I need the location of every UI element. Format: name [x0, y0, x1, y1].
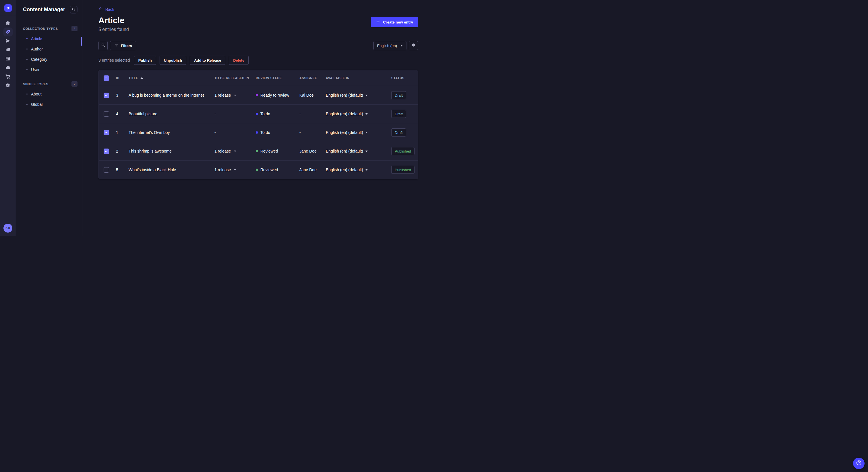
column-header-title-label: TITLE [129, 76, 138, 80]
cell-assignee: Jane Doe [297, 149, 323, 154]
send-icon [5, 38, 11, 43]
table-row[interactable]: 1 The internet's Own boy - To do - Engli… [99, 123, 417, 142]
status-badge: Published [391, 166, 414, 174]
cell-assignee: Jane Doe [297, 167, 323, 172]
user-avatar[interactable]: KD [3, 224, 12, 233]
column-header-title[interactable]: TITLE [126, 76, 212, 80]
table-row[interactable]: 5 What's inside a Black Hole 1 release R… [99, 160, 417, 179]
sidebar-item-category[interactable]: Category [16, 54, 82, 65]
nav-user-cell: KD [0, 220, 16, 236]
sidebar-item-label: Global [31, 102, 42, 107]
cell-available-in[interactable]: English (en) (default) [323, 111, 389, 116]
cell-available-in[interactable]: English (en) (default) [323, 167, 389, 172]
unpublish-button[interactable]: Unpublish [160, 56, 187, 65]
nav-releases[interactable] [3, 36, 12, 45]
strapi-logo-button[interactable] [0, 0, 16, 16]
nav-marketplace[interactable] [3, 72, 12, 81]
title-block: Article 5 entries found [98, 15, 129, 32]
column-header-status[interactable]: STATUS [389, 76, 417, 80]
row-checkbox[interactable] [104, 93, 109, 98]
entries-count: 5 entries found [98, 27, 129, 32]
column-header-id[interactable]: ID [114, 76, 126, 80]
sidebar-search-button[interactable] [70, 6, 78, 13]
plus-icon [376, 20, 380, 25]
cell-id: 3 [114, 93, 126, 98]
back-link[interactable]: Back [98, 7, 114, 12]
stage-dot-icon [256, 94, 258, 96]
stage-dot-icon [256, 131, 258, 134]
nav-content-manager[interactable] [3, 28, 12, 36]
search-entries-button[interactable] [98, 41, 107, 50]
gear-icon [411, 43, 415, 48]
cell-available-in[interactable]: English (en) (default) [323, 149, 389, 154]
stage-dot-icon [256, 113, 258, 115]
cell-assignee: - [297, 111, 323, 116]
cell-release: - [212, 130, 253, 135]
row-checkbox[interactable] [104, 130, 109, 135]
chevron-down-icon [234, 95, 236, 96]
cell-release[interactable]: 1 release [212, 149, 253, 154]
sidebar-item-label: Article [31, 36, 42, 41]
status-badge: Draft [391, 91, 406, 99]
nav-home[interactable] [3, 19, 12, 28]
search-icon [72, 7, 75, 12]
sidebar-item-article[interactable]: Article [16, 34, 82, 44]
locale-select[interactable]: English (en) [373, 41, 406, 50]
column-header-assignee[interactable]: ASSIGNEE [297, 76, 323, 80]
search-icon [101, 43, 105, 48]
row-checkbox[interactable] [104, 111, 109, 117]
table-row[interactable]: 4 Beautiful picture - To do - English (e… [99, 104, 417, 123]
collection-types-count-badge: 4 [71, 26, 78, 31]
stage-label: To do [260, 111, 270, 116]
minus-icon [105, 75, 108, 80]
cell-title: The internet's Own boy [126, 130, 212, 135]
cell-status: Published [389, 166, 417, 174]
sidebar-item-about[interactable]: About [16, 89, 82, 99]
filters-button[interactable]: Filters [110, 41, 136, 50]
row-checkbox[interactable] [104, 148, 109, 154]
cell-release[interactable]: 1 release [212, 167, 253, 172]
app-window: KD Content Manager COLLECTION TYPES 4 Ar… [0, 0, 434, 236]
cell-release[interactable]: 1 release [212, 93, 253, 98]
cell-status: Draft [389, 91, 417, 99]
sidebar-item-user[interactable]: User [16, 65, 82, 75]
chevron-down-icon [365, 113, 368, 115]
table-row[interactable]: 2 This shrimp is awesome 1 release Revie… [99, 142, 417, 160]
nav-media-library[interactable] [3, 45, 12, 54]
sidebar-item-global[interactable]: Global [16, 99, 82, 109]
cell-available-in[interactable]: English (en) (default) [323, 130, 389, 135]
cell-available-in[interactable]: English (en) (default) [323, 93, 389, 98]
column-header-release[interactable]: TO BE RELEASED IN [212, 76, 253, 80]
nav-settings[interactable] [3, 81, 12, 90]
create-new-entry-button[interactable]: Create new entry [371, 17, 418, 27]
publish-button[interactable]: Publish [134, 56, 156, 65]
cell-id: 5 [114, 167, 126, 172]
back-label: Back [105, 7, 114, 12]
status-badge: Draft [391, 129, 406, 136]
row-checkbox[interactable] [104, 167, 109, 173]
view-settings-button[interactable] [409, 41, 418, 50]
bullet-icon [26, 38, 28, 39]
table-row[interactable]: 3 A bug is becoming a meme on the intern… [99, 86, 417, 104]
gear-icon [5, 82, 11, 88]
select-all-checkbox[interactable] [104, 75, 109, 81]
sidebar-item-author[interactable]: Author [16, 44, 82, 54]
check-icon [104, 131, 108, 134]
locale-value: English (en) (default) [326, 111, 363, 116]
add-to-release-button[interactable]: Add to Release [190, 56, 225, 65]
delete-button[interactable]: Delete [229, 56, 249, 65]
release-value: 1 release [214, 93, 231, 98]
column-header-review-stage[interactable]: REVIEW STAGE [253, 76, 297, 80]
cell-assignee: Kai Doe [297, 93, 323, 98]
bullet-icon [26, 94, 28, 95]
chevron-down-icon [234, 169, 236, 171]
nav-content-type-builder[interactable] [3, 54, 12, 63]
content-manager-sidebar: Content Manager COLLECTION TYPES 4 Artic… [16, 0, 82, 236]
nav-deploy[interactable] [3, 63, 12, 72]
status-badge: Published [391, 147, 414, 155]
cell-status: Draft [389, 129, 417, 136]
back-arrow-icon [98, 7, 103, 12]
filters-label: Filters [121, 43, 132, 48]
column-header-available-in[interactable]: AVAILABLE IN [323, 76, 389, 80]
stage-label: Reviewed [260, 149, 278, 154]
